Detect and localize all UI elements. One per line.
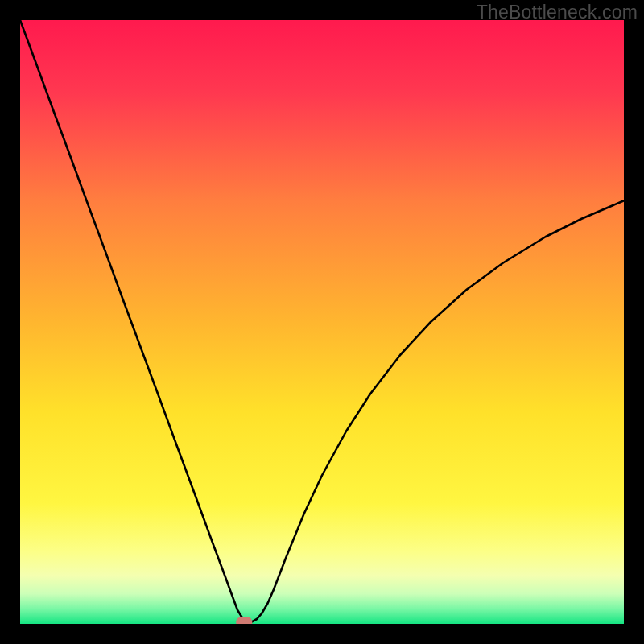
plot-background: [20, 20, 624, 624]
bottleneck-chart: [0, 0, 644, 644]
chart-frame: { "watermark": "TheBottleneck.com", "cha…: [0, 0, 644, 644]
watermark-text: TheBottleneck.com: [477, 2, 638, 23]
optimal-point-marker: [236, 617, 252, 628]
